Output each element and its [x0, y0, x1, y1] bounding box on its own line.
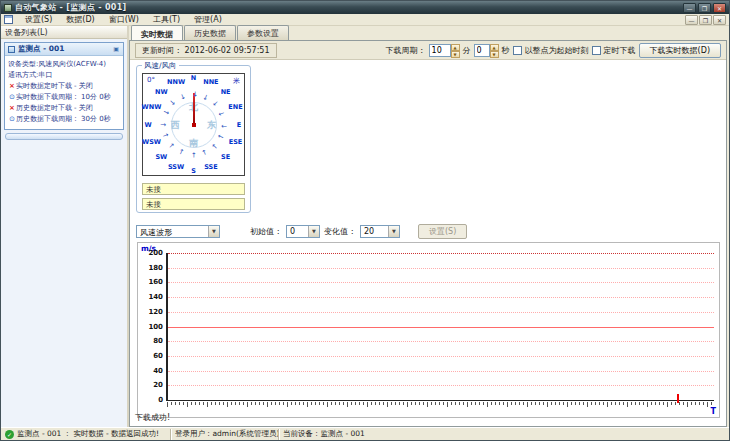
wind-speed-value-box: 未接	[142, 183, 245, 195]
chart-gridline	[168, 385, 714, 386]
timed-download-checkbox[interactable]	[592, 46, 601, 55]
maximize-button[interactable]: ❐	[698, 3, 711, 13]
title-bar: 自动气象站 - [监测点 - 001] — ❐ ✕	[1, 1, 729, 14]
chart-gridline	[168, 312, 714, 313]
menu-data[interactable]: 数据(D)	[59, 14, 101, 25]
align-to-hour-label: 以整点为起始时刻	[525, 45, 589, 56]
compass-direction-label: NNE	[203, 78, 218, 86]
initial-value-select[interactable]: 0 ▼	[286, 225, 320, 238]
login-user-value: admin(系统管理员)	[213, 429, 280, 439]
menu-admin[interactable]: 管理(A)	[187, 14, 229, 25]
tab-realtime-data[interactable]: 实时数据	[131, 25, 183, 41]
menu-tools[interactable]: 工具(T)	[146, 14, 187, 25]
compass-direction-label: E	[237, 121, 241, 129]
login-user-label: 登录用户：	[175, 429, 213, 439]
align-to-hour-checkbox[interactable]	[513, 46, 522, 55]
mdi-close-button[interactable]: ✕	[713, 15, 726, 25]
compass-direction-label: N	[191, 74, 196, 82]
tab-history-data[interactable]: 历史数据	[184, 25, 236, 40]
compass-direction-label: WNW	[142, 103, 162, 111]
pin-icon[interactable]: ▣	[112, 45, 120, 53]
seconds-unit-label: 秒	[502, 45, 510, 56]
chevron-down-icon[interactable]: ▼	[308, 226, 319, 237]
compass-arrow-icon: →	[190, 91, 197, 97]
download-status-text: 下载成功!	[135, 412, 170, 423]
compass-direction-label: S	[191, 167, 196, 175]
mdi-restore-button[interactable]: ❐	[699, 15, 712, 25]
x-mark-icon: ×	[9, 82, 15, 90]
sidebar-scrollbar[interactable]	[5, 133, 123, 140]
main-area: 实时数据 历史数据 参数设置 更新时间： 2012-06-02 09:57:51…	[129, 26, 729, 427]
window-title: 自动气象站 - [监测点 - 001]	[15, 2, 127, 13]
minimize-button[interactable]: —	[683, 3, 696, 13]
compass-arrow-icon: →	[160, 121, 166, 128]
tab-parameter-settings[interactable]: 参数设置	[237, 25, 289, 40]
chart-gridline	[168, 297, 714, 298]
menu-settings[interactable]: 设置(S)	[18, 14, 59, 25]
center-east-label: 东	[207, 118, 216, 131]
compass-arrow-icon: →	[201, 148, 210, 156]
compass-direction-label: NNW	[167, 78, 185, 86]
y-axis-tick-label: 80	[142, 337, 163, 345]
chart-gridline	[168, 356, 714, 357]
compass-arrow-icon: →	[168, 99, 177, 108]
update-time-box: 更新时间： 2012-06-02 09:57:51	[135, 43, 277, 58]
compass-arrow-icon: →	[210, 141, 219, 150]
compass-arrow-icon: →	[217, 109, 225, 118]
chevron-down-icon[interactable]: ▼	[208, 226, 219, 237]
download-realtime-button[interactable]: 下载实时数据(D)	[639, 43, 721, 58]
app-icon	[4, 4, 12, 12]
y-axis-tick-label: 60	[142, 352, 163, 360]
minutes-unit-label: 分	[463, 45, 471, 56]
wind-speed-chart: m/s 020406080100120140160180200 T	[137, 242, 720, 418]
y-axis-tick-label: 100	[142, 323, 163, 331]
close-button[interactable]: ✕	[713, 3, 726, 13]
compass-direction-label: NW	[155, 88, 168, 96]
compass-direction-label: SSW	[168, 163, 184, 171]
update-time-label: 更新时间：	[142, 46, 182, 55]
compass: 0° 米 北 南 东 西 N→NNE→NE→ENE→E→ESE→SE→SSE→S…	[142, 73, 245, 176]
clock-icon: ⊙	[9, 93, 15, 101]
seconds-up-icon[interactable]: ▲	[490, 44, 499, 51]
y-axis-tick-label: 160	[142, 278, 163, 286]
menu-window[interactable]: 窗口(W)	[102, 14, 146, 25]
compass-direction-label: WSW	[142, 138, 161, 146]
update-time-value: 2012-06-02 09:57:51	[185, 46, 270, 55]
seconds-input[interactable]	[474, 44, 490, 57]
current-device-panel: 当前设备： 监测点 - 001	[279, 429, 729, 440]
y-axis-tick-label: 40	[142, 367, 163, 375]
chart-gridline	[168, 341, 714, 342]
change-value-select[interactable]: 20 ▼	[360, 225, 400, 238]
login-user-panel: 登录用户： admin(系统管理员)	[171, 429, 279, 440]
compass-arrow-icon: →	[178, 92, 187, 100]
success-check-icon: ✓	[5, 430, 14, 439]
compass-arrow-icon: →	[161, 109, 169, 118]
realtime-period-line: ⊙实时数据下载周期： 10分 0秒	[8, 92, 121, 103]
y-axis-tick-label: 180	[142, 264, 163, 272]
minutes-input[interactable]	[429, 44, 451, 57]
device-panel-header[interactable]: 监测点 - 001 ▣	[5, 43, 123, 56]
mdi-minimize-button[interactable]: —	[685, 15, 698, 25]
chevron-down-icon[interactable]: ▼	[388, 226, 399, 237]
mdi-document-icon[interactable]	[4, 15, 13, 24]
wind-groupbox: 风速/风向 0° 米 北 南 东 西 N→NNE→NE→ENE→E→ESE→SE…	[136, 65, 251, 213]
initial-value-label: 初始值：	[250, 226, 282, 237]
minutes-up-icon[interactable]: ▲	[451, 44, 460, 51]
seconds-down-icon[interactable]: ▼	[490, 51, 499, 58]
chart-gridline	[168, 282, 714, 283]
compass-direction-label: SW	[155, 153, 167, 161]
wind-group-title: 风速/风向	[142, 61, 179, 71]
menu-bar: 设置(S) 数据(D) 窗口(W) 工具(T) 管理(A) — ❐ ✕	[1, 14, 729, 26]
compass-arrow-icon: →	[210, 99, 219, 108]
chart-gridline	[168, 327, 714, 328]
compass-direction-label: ESE	[229, 138, 243, 146]
waveform-select[interactable]: 风速波形 ▼	[136, 225, 220, 238]
compass-arrow-icon: →	[190, 152, 197, 158]
current-device-label: 当前设备：	[283, 429, 321, 439]
status-bar: ✓ 监测点 - 001 ： 实时数据 - 数据返回成功! 登录用户： admin…	[1, 427, 729, 440]
x-axis-label: T	[711, 407, 716, 416]
device-panel: 监测点 - 001 ▣ 设备类型:风速风向仪(ACFW-4) 通讯方式:串口 ×…	[4, 42, 124, 130]
minutes-down-icon[interactable]: ▼	[451, 51, 460, 58]
app-window: 自动气象站 - [监测点 - 001] — ❐ ✕ 设置(S) 数据(D) 窗口…	[0, 0, 730, 441]
history-period-line: ⊙历史数据下载周期： 30分 0秒	[8, 114, 121, 125]
